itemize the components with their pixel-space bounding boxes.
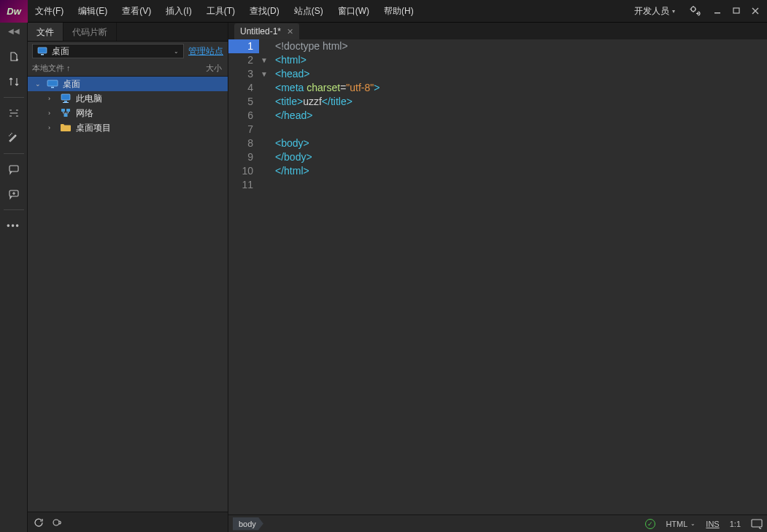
- wand-button[interactable]: [3, 128, 25, 147]
- toolbar-separator: [4, 97, 24, 98]
- toolbar-collapse-icon[interactable]: ◀◀: [8, 27, 20, 42]
- manage-site-link[interactable]: 管理站点: [188, 45, 223, 58]
- more-button[interactable]: •••: [3, 216, 25, 235]
- sync-button[interactable]: [53, 517, 64, 528]
- svg-point-14: [53, 520, 59, 525]
- tree-item-desktop-project[interactable]: › 桌面项目: [28, 120, 228, 135]
- files-panel: 文件 代码片断 桌面 ⌄ 管理站点 本地文件 ↑ 大小 ⌄ 桌面: [28, 23, 228, 532]
- tree-root-desktop[interactable]: ⌄ 桌面: [28, 77, 228, 91]
- overwrite-toggle[interactable]: INS: [706, 520, 719, 528]
- new-file-button[interactable]: [3, 47, 25, 66]
- local-files-label[interactable]: 本地文件 ↑: [32, 63, 71, 74]
- svg-rect-13: [64, 114, 68, 117]
- desktop-icon: [47, 79, 58, 89]
- svg-rect-2: [9, 166, 18, 171]
- expand-button[interactable]: [3, 104, 25, 123]
- menu-item[interactable]: 文件(F): [28, 0, 71, 23]
- main-area: ◀◀ ••• 文件 代码片断 桌面 ⌄ 管理站点 本地文件 ↑: [0, 23, 767, 532]
- line-number-gutter: 1234567891011: [228, 39, 259, 514]
- maximize-button[interactable]: [728, 4, 745, 18]
- tree-item-network[interactable]: › 网络: [28, 106, 228, 120]
- breadcrumb-body[interactable]: body: [233, 517, 263, 531]
- site-selector-row: 桌面 ⌄ 管理站点: [28, 42, 228, 61]
- workspace-label: 开发人员: [634, 5, 669, 18]
- tree-item-label: 网络: [76, 107, 93, 120]
- tab-snippets[interactable]: 代码片断: [63, 23, 117, 41]
- svg-rect-5: [41, 54, 44, 55]
- svg-rect-15: [752, 520, 762, 527]
- chevron-right-icon: ›: [48, 109, 55, 117]
- svg-rect-12: [66, 109, 70, 112]
- workspace-switcher[interactable]: 开发人员 ▾: [628, 0, 681, 23]
- file-list-header: 本地文件 ↑ 大小: [28, 61, 228, 77]
- files-panel-footer: [28, 512, 228, 532]
- menu-bar: 文件(F)编辑(E)查看(V)插入(I)工具(T)查找(D)站点(S)窗口(W)…: [28, 0, 421, 23]
- site-selector-text: 桌面: [52, 45, 69, 58]
- document-tab-strip: Untitled-1* ✕: [228, 23, 767, 39]
- dropdown-arrow-icon: ▾: [672, 8, 675, 15]
- svg-rect-10: [63, 102, 69, 103]
- chevron-right-icon: ›: [48, 124, 55, 131]
- menu-item[interactable]: 查找(D): [242, 0, 287, 23]
- left-toolbar: ◀◀ •••: [0, 23, 28, 532]
- chevron-right-icon: ›: [48, 95, 55, 102]
- comment-collapse-button[interactable]: [3, 185, 25, 204]
- preview-button[interactable]: [751, 519, 763, 529]
- tab-files[interactable]: 文件: [28, 23, 63, 41]
- svg-rect-8: [61, 94, 70, 100]
- comment-button[interactable]: [3, 160, 25, 179]
- document-tab-title: Untitled-1*: [240, 26, 281, 36]
- svg-rect-7: [51, 87, 54, 88]
- svg-rect-0: [714, 12, 720, 14]
- panel-tab-strip: 文件 代码片断: [28, 23, 228, 42]
- topbar-right: 开发人员 ▾: [628, 0, 767, 23]
- folder-icon: [60, 123, 72, 133]
- close-button[interactable]: [747, 4, 764, 18]
- toolbar-separator: [4, 209, 24, 210]
- site-selector[interactable]: 桌面 ⌄: [32, 44, 184, 58]
- language-selector[interactable]: HTML ⌄: [666, 520, 695, 528]
- chevron-down-icon: ⌄: [690, 520, 695, 527]
- document-tab[interactable]: Untitled-1* ✕: [234, 23, 299, 39]
- file-tree: ⌄ 桌面 › 此电脑 › 网络 › 桌面项目: [28, 77, 228, 512]
- size-label[interactable]: 大小: [206, 63, 222, 74]
- status-right: ✓ HTML ⌄ INS 1:1: [645, 519, 763, 529]
- svg-rect-9: [64, 101, 67, 102]
- sync-settings-icon[interactable]: [685, 1, 704, 20]
- minimize-button[interactable]: [709, 4, 726, 18]
- svg-rect-1: [733, 8, 739, 13]
- transfer-button[interactable]: [3, 72, 25, 91]
- menu-item[interactable]: 工具(T): [199, 0, 242, 23]
- editor-status-bar: body ✓ HTML ⌄ INS 1:1: [228, 514, 767, 532]
- cursor-position: 1:1: [730, 520, 741, 528]
- menu-item[interactable]: 编辑(E): [71, 0, 115, 23]
- menu-item[interactable]: 窗口(W): [331, 0, 377, 23]
- menu-item[interactable]: 插入(I): [158, 0, 199, 23]
- window-controls: [709, 4, 764, 18]
- code-editor[interactable]: 1234567891011 ▼▼ <!doctype html><html><h…: [228, 39, 767, 514]
- refresh-button[interactable]: [34, 517, 44, 528]
- network-icon: [60, 108, 72, 118]
- menu-item[interactable]: 查看(V): [115, 0, 158, 23]
- tree-item-label: 桌面项目: [76, 122, 111, 134]
- tree-item-this-pc[interactable]: › 此电脑: [28, 91, 228, 106]
- menu-item[interactable]: 帮助(H): [377, 0, 421, 23]
- ellipsis-icon: •••: [7, 220, 20, 231]
- svg-rect-11: [61, 109, 65, 112]
- top-menu-bar: Dw 文件(F)编辑(E)查看(V)插入(I)工具(T)查找(D)站点(S)窗口…: [0, 0, 767, 23]
- svg-rect-6: [47, 80, 58, 86]
- lint-ok-indicator[interactable]: ✓: [645, 519, 655, 529]
- menu-item[interactable]: 站点(S): [287, 0, 331, 23]
- close-icon[interactable]: ✕: [287, 27, 293, 36]
- app-logo: Dw: [0, 0, 28, 23]
- svg-rect-4: [38, 47, 47, 53]
- monitor-icon: [60, 93, 72, 104]
- check-circle-icon: ✓: [645, 519, 655, 529]
- fold-column: ▼▼: [259, 39, 269, 514]
- toolbar-separator: [4, 153, 24, 154]
- code-content[interactable]: <!doctype html><html><head><meta charset…: [269, 39, 767, 514]
- desktop-icon: [37, 47, 47, 55]
- chevron-down-icon: ⌄: [174, 48, 179, 55]
- tree-root-label: 桌面: [63, 78, 80, 90]
- editor-area: Untitled-1* ✕ 1234567891011 ▼▼ <!doctype…: [228, 23, 767, 532]
